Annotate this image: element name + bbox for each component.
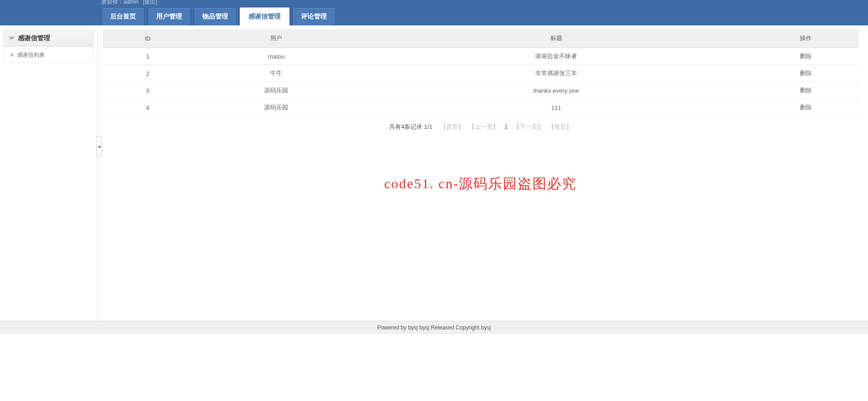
table-header-row: ID用户标题操作	[102, 29, 859, 48]
sidebar-item-label: 感谢信列表	[17, 51, 45, 59]
main-area: 感谢信管理 ❖感谢信列表 ◄ ID用户标题操作 1matou谢谢拾金不昧者删除2…	[0, 25, 868, 321]
welcome-prefix: 欢迎你：	[101, 0, 124, 5]
pagination-last[interactable]: 【尾页】	[548, 123, 572, 130]
sidebar-collapse-handle[interactable]: ◄	[96, 136, 102, 156]
delete-link[interactable]: 删除	[800, 87, 812, 94]
delete-link[interactable]: 删除	[800, 70, 812, 77]
cell-id: 4	[102, 99, 193, 116]
bullet-icon: ❖	[10, 52, 14, 58]
sidebar-header[interactable]: 感谢信管理	[4, 30, 94, 47]
cell-user: matou	[193, 48, 360, 65]
pagination-prev[interactable]: 【上一页】	[469, 123, 499, 130]
table-row: 1matou谢谢拾金不昧者删除	[102, 48, 859, 65]
arrow-down-icon	[9, 35, 15, 42]
cell-title: 111	[360, 99, 753, 116]
pagination-first[interactable]: 【首页】	[440, 123, 464, 130]
col-header-3: 操作	[753, 29, 859, 48]
cell-title: 谢谢拾金不昧者	[360, 48, 753, 65]
table-row: 2牛牛非常感谢张三丰删除	[102, 65, 859, 82]
sidebar-item-0[interactable]: ❖感谢信列表	[4, 48, 94, 63]
cell-title: thanks every one	[360, 82, 753, 99]
col-header-0: ID	[102, 29, 193, 48]
pagination: 共有4条记录 1/1 【首页】 【上一页】 1 【下一页】 【尾页】	[102, 116, 859, 138]
nav-tab-2[interactable]: 物品管理	[194, 7, 237, 25]
delete-link[interactable]: 删除	[800, 104, 812, 111]
data-table: ID用户标题操作 1matou谢谢拾金不昧者删除2牛牛非常感谢张三丰删除3源码乐…	[102, 29, 859, 116]
sidebar-title: 感谢信管理	[18, 34, 50, 42]
pagination-next[interactable]: 【下一页】	[514, 123, 543, 130]
table-row: 3源码乐园thanks every one删除	[102, 82, 859, 99]
username: admin	[124, 0, 139, 5]
nav-tab-0[interactable]: 后台首页	[101, 7, 145, 25]
cell-id: 1	[102, 48, 193, 65]
pagination-current: 1	[504, 123, 508, 130]
cell-action: 删除	[753, 48, 859, 65]
watermark-text: code51. cn-源码乐园盗图必究	[102, 174, 859, 193]
nav-tab-4[interactable]: 评论管理	[292, 7, 336, 25]
cell-action: 删除	[753, 82, 859, 99]
pagination-summary: 共有4条记录 1/1	[389, 123, 432, 130]
cell-user: 牛牛	[193, 65, 360, 82]
cell-user: 源码乐园	[193, 82, 360, 99]
welcome-row: 欢迎你：admin [退出]	[101, 0, 157, 6]
logout-link[interactable]: [退出]	[143, 0, 157, 5]
caret-left-icon: ◄	[97, 144, 101, 149]
cell-title: 非常感谢张三丰	[360, 65, 753, 82]
table-row: 4源码乐园111删除	[102, 99, 859, 116]
cell-id: 3	[102, 82, 193, 99]
col-header-2: 标题	[360, 29, 753, 48]
content: ID用户标题操作 1matou谢谢拾金不昧者删除2牛牛非常感谢张三丰删除3源码乐…	[98, 25, 868, 321]
nav-tab-1[interactable]: 用户管理	[148, 7, 191, 25]
cell-action: 删除	[753, 65, 859, 82]
top-bar: 欢迎你：admin [退出] 后台首页用户管理物品管理感谢信管理评论管理	[0, 0, 868, 25]
cell-id: 2	[102, 65, 193, 82]
cell-user: 源码乐园	[193, 99, 360, 116]
col-header-1: 用户	[193, 29, 360, 48]
table-body: 1matou谢谢拾金不昧者删除2牛牛非常感谢张三丰删除3源码乐园thanks e…	[102, 48, 859, 116]
delete-link[interactable]: 删除	[800, 53, 812, 60]
nav-tabs: 后台首页用户管理物品管理感谢信管理评论管理	[101, 7, 336, 25]
footer: Powered by bysj bysj Released Copyright …	[0, 321, 868, 334]
sidebar: 感谢信管理 ❖感谢信列表 ◄	[0, 25, 98, 321]
nav-tab-3[interactable]: 感谢信管理	[240, 7, 289, 25]
cell-action: 删除	[753, 99, 859, 116]
